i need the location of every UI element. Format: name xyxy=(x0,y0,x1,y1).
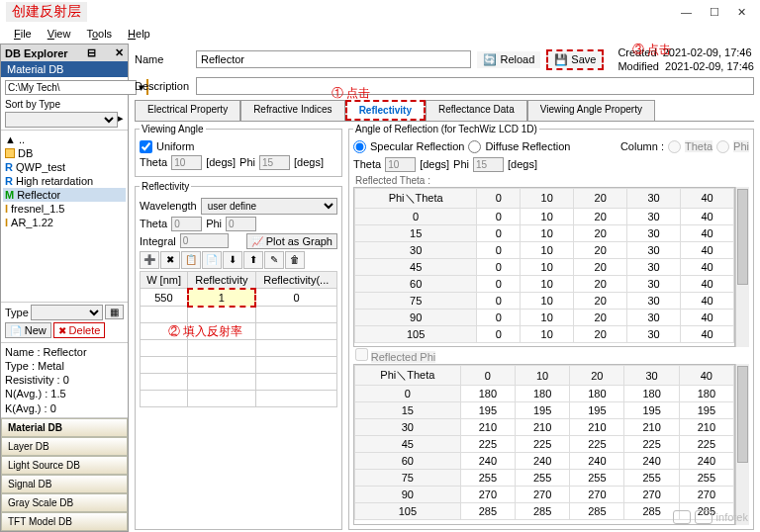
table-row[interactable]: 75010203040 xyxy=(355,292,734,309)
tree-item[interactable]: DB xyxy=(3,146,126,160)
phi-scrollbar[interactable] xyxy=(735,364,749,525)
file-tree: ▲..DBRQWP_testRHigh retardationMReflecto… xyxy=(1,130,128,302)
table-row[interactable]: 60240240240240240 xyxy=(355,453,734,470)
table-row[interactable]: 30210210210210210 xyxy=(355,419,734,436)
window-title: 创建反射层 xyxy=(6,2,87,22)
db-stack-item[interactable]: TFT Model DB xyxy=(1,512,128,531)
export-icon[interactable]: ⬆ xyxy=(243,251,263,269)
path-input[interactable] xyxy=(5,80,137,95)
name-input[interactable] xyxy=(196,50,471,68)
table-row[interactable]: 75255255255255255 xyxy=(355,470,734,487)
specular-radio[interactable] xyxy=(353,140,366,153)
delete-button[interactable]: ✖ Delete xyxy=(53,322,106,338)
reflected-theta-table-wrap[interactable]: Phi＼Theta0102030400010203040150102030403… xyxy=(353,187,735,348)
table-row[interactable]: 90270270270270270 xyxy=(355,487,734,503)
db-stack-item[interactable]: Gray Scale DB xyxy=(1,493,128,512)
wavelength-select[interactable]: user define xyxy=(201,198,337,215)
tab-reflectivity[interactable]: Reflectivity xyxy=(345,100,426,121)
close-icon[interactable]: ✕ xyxy=(737,6,746,19)
db-stack-item[interactable]: Layer DB xyxy=(1,437,128,456)
table-row[interactable]: 550 1 0 xyxy=(141,289,337,307)
db-explorer: DB Explorer ⊟ ✕ Material DB ▾ Sort by Ty… xyxy=(0,44,129,532)
reflected-phi-table[interactable]: Phi＼Theta0102030400180180180180180151951… xyxy=(354,365,734,520)
tab-electrical-property[interactable]: Electrical Property xyxy=(135,100,240,121)
reflectivity-value-cell[interactable]: 1 xyxy=(188,289,255,307)
paste-icon[interactable]: 📄 xyxy=(202,251,222,269)
tree-label: DB xyxy=(18,147,33,159)
delete-row-icon[interactable]: ✖ xyxy=(160,251,180,269)
table-row[interactable]: 15010203040 xyxy=(355,224,734,241)
tab-viewing-angle-property[interactable]: Viewing Angle Property xyxy=(527,100,655,121)
tab-refractive-indices[interactable]: Refractive Indices xyxy=(240,100,344,121)
table-row[interactable]: 90010203040 xyxy=(355,309,734,325)
new-button[interactable]: 📄 New xyxy=(5,322,51,338)
reflected-phi-checkbox xyxy=(355,348,368,361)
pin-icon[interactable]: ⊟ xyxy=(87,46,96,59)
table-row[interactable]: 15195195195195195 xyxy=(355,402,734,419)
save-icon: 💾 xyxy=(554,53,568,66)
edit-icon[interactable]: ✎ xyxy=(264,251,284,269)
db-stack: Material DBLayer DBLight Source DBSignal… xyxy=(1,417,128,531)
tree-item[interactable]: RHigh retardation xyxy=(3,174,126,188)
reload-button[interactable]: 🔄Reload xyxy=(477,51,540,68)
annotation-3: ③ 点击 xyxy=(632,44,671,58)
table-row[interactable]: 45010203040 xyxy=(355,258,734,275)
save-button[interactable]: 💾Save xyxy=(546,49,604,70)
add-row-icon[interactable]: ➕ xyxy=(140,251,159,269)
theta-scrollbar[interactable] xyxy=(735,187,749,348)
name-label: Name xyxy=(135,53,190,65)
tree-item[interactable]: ▲.. xyxy=(3,133,126,146)
table-row[interactable]: 0180180180180180 xyxy=(355,386,734,402)
uniform-checkbox[interactable] xyxy=(140,140,152,153)
diffuse-radio[interactable] xyxy=(468,140,481,153)
menu-help[interactable]: Help xyxy=(122,26,156,42)
viewing-angle-group: Viewing Angle Uniform Theta [degs] Phi [… xyxy=(135,124,342,177)
close-panel-icon[interactable]: ✕ xyxy=(115,46,124,59)
menu-file[interactable]: File xyxy=(8,26,38,42)
sort-go-icon[interactable]: ▸ xyxy=(118,112,124,128)
type-select[interactable] xyxy=(31,305,103,320)
description-input[interactable] xyxy=(196,77,754,95)
table-row[interactable]: 30010203040 xyxy=(355,241,734,258)
db-stack-item[interactable]: Light Source DB xyxy=(1,456,128,475)
property-tabs: Electrical PropertyRefractive IndicesRef… xyxy=(135,100,754,122)
maximize-icon[interactable]: ☐ xyxy=(710,6,719,19)
db-stack-item[interactable]: Material DB xyxy=(1,418,128,437)
table-row[interactable]: 105010203040 xyxy=(355,325,734,342)
tree-label: fresnel_1.5 xyxy=(11,203,64,215)
reflected-phi-table-wrap[interactable]: Phi＼Theta0102030400180180180180180151951… xyxy=(353,364,735,525)
sort-select[interactable] xyxy=(5,112,118,128)
db-stack-item[interactable]: Signal DB xyxy=(1,475,128,493)
table-row[interactable]: 60010203040 xyxy=(355,275,734,292)
reflected-theta-table[interactable]: Phi＼Theta0102030400010203040150102030403… xyxy=(354,188,734,343)
chat-icon xyxy=(673,510,691,524)
refl-phi-input xyxy=(226,217,256,231)
reflected-theta-label: Reflected Theta : xyxy=(353,174,749,187)
table-row[interactable]: 0010203040 xyxy=(355,208,734,224)
copy-icon[interactable]: 📋 xyxy=(181,251,201,269)
tree-item[interactable]: Ifresnel_1.5 xyxy=(3,202,126,216)
tree-item[interactable]: IAR_1.22 xyxy=(3,216,126,229)
menu-view[interactable]: View xyxy=(42,26,77,42)
tree-item[interactable]: RQWP_test xyxy=(3,160,126,174)
tree-item[interactable]: MReflector xyxy=(3,188,126,202)
wavelength-label: Wavelength xyxy=(140,200,197,212)
import-icon[interactable]: ⬇ xyxy=(223,251,242,269)
plot-graph-button[interactable]: 📈 Plot as Graph xyxy=(246,233,337,249)
table-row[interactable]: 45225225225225225 xyxy=(355,436,734,453)
reload-icon: 🔄 xyxy=(483,53,497,66)
clear-icon[interactable]: 🗑 xyxy=(285,251,305,269)
type-action-icon[interactable]: ▦ xyxy=(105,305,124,319)
window-controls: — ☐ ✕ xyxy=(681,6,754,19)
integral-label: Integral xyxy=(140,235,176,247)
menu-bar: File View Tools Help xyxy=(0,24,760,44)
tree-label: .. xyxy=(19,133,25,145)
sidebar-tab-material-db[interactable]: Material DB xyxy=(1,61,128,77)
angle-reflection-group: Angle of Reflection (for TechWiz LCD 1D)… xyxy=(348,124,754,530)
ar-phi-input xyxy=(473,157,504,172)
annotation-1: ① 点击 xyxy=(332,85,370,102)
type-I-icon: I xyxy=(5,203,8,215)
minimize-icon[interactable]: — xyxy=(681,6,692,19)
menu-tools[interactable]: Tools xyxy=(80,26,118,42)
tab-reflectance-data[interactable]: Reflectance Data xyxy=(426,100,527,121)
